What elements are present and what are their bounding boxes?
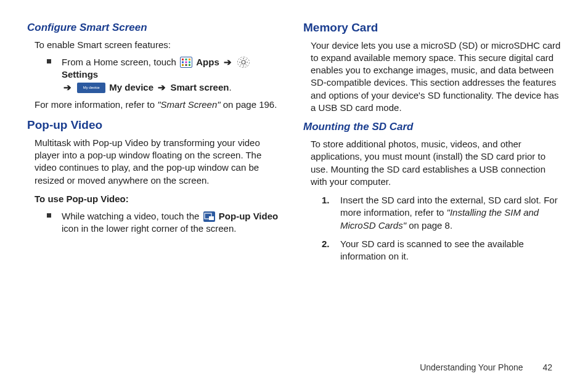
label-settings: Settings	[62, 69, 98, 80]
svg-rect-1	[186, 59, 187, 60]
list-item: Insert the SD card into the external, SD…	[319, 194, 561, 232]
page-footer: Understanding Your Phone 42	[420, 362, 552, 374]
popup-video-body: Multitask with Pop-up Video by transform…	[35, 137, 285, 187]
svg-line-16	[246, 59, 247, 60]
svg-rect-19	[209, 216, 214, 220]
memory-card-body: Your device lets you use a microSD (SD) …	[311, 39, 561, 115]
svg-rect-5	[189, 62, 190, 63]
svg-rect-6	[182, 64, 184, 66]
apps-icon	[180, 57, 192, 68]
svg-line-15	[246, 65, 247, 66]
arrow-icon: ➔	[62, 82, 73, 92]
text: on page 196.	[223, 99, 277, 110]
svg-rect-4	[186, 62, 187, 63]
text: For more information, refer to	[35, 99, 157, 110]
left-column: Configure Smart Screen To enable Smart s…	[27, 20, 285, 269]
label-my-device: My device	[109, 82, 153, 92]
svg-point-9	[242, 60, 245, 64]
list-item: While watching a video, touch the Pop-up…	[43, 210, 285, 235]
text: Your SD card is scanned to see the avail…	[340, 239, 524, 261]
more-info-smartscreen: For more information, refer to "Smart Sc…	[35, 99, 285, 111]
footer-section: Understanding Your Phone	[420, 362, 523, 372]
popup-video-use-label: To use Pop-up Video:	[35, 193, 285, 205]
label-smart-screen: Smart screen	[170, 82, 229, 92]
list-item: Your SD card is scanned to see the avail…	[319, 238, 561, 263]
footer-page-number: 42	[542, 362, 552, 372]
arrow-icon: ➔	[222, 57, 234, 67]
intro-smart-screen: To enable Smart screen features:	[35, 39, 285, 51]
period: .	[229, 82, 231, 92]
arrow-icon: ➔	[156, 82, 168, 92]
heading-mounting-sd: Mounting the SD Card	[303, 120, 561, 134]
right-column: Memory Card Your device lets you use a m…	[303, 20, 561, 269]
my-device-icon: My device	[77, 83, 105, 93]
svg-line-14	[240, 59, 242, 60]
settings-icon	[237, 57, 250, 68]
bullet-list-popup: While watching a video, touch the Pop-up…	[43, 210, 285, 235]
page: Configure Smart Screen To enable Smart s…	[0, 0, 588, 269]
text: While watching a video, touch the	[62, 211, 202, 221]
label-popup-video: Pop-up Video	[219, 211, 278, 221]
list-item: From a Home screen, touch Apps ➔ Se	[43, 56, 285, 94]
svg-rect-2	[189, 59, 190, 60]
heading-configure-smart-screen: Configure Smart Screen	[27, 21, 285, 35]
cross-ref: "Smart Screen"	[157, 99, 220, 110]
bullet-list-smartscreen: From a Home screen, touch Apps ➔ Se	[43, 56, 285, 94]
label-apps: Apps	[196, 57, 219, 67]
svg-rect-7	[186, 64, 187, 66]
heading-memory-card: Memory Card	[303, 20, 561, 36]
text: To use Pop-up Video:	[35, 194, 129, 204]
ordered-steps: Insert the SD card into the external, SD…	[319, 194, 561, 263]
svg-line-17	[240, 65, 242, 66]
svg-rect-8	[189, 64, 190, 66]
svg-rect-0	[182, 59, 184, 60]
text: on page 8.	[409, 220, 452, 231]
heading-popup-video: Pop-up Video	[27, 117, 285, 133]
text: From a Home screen, touch	[62, 57, 179, 67]
mounting-sd-body: To store additional photos, music, video…	[311, 138, 561, 188]
popup-video-icon	[203, 211, 215, 222]
text: icon in the lower right corner of the sc…	[62, 223, 236, 234]
svg-rect-3	[182, 62, 184, 63]
